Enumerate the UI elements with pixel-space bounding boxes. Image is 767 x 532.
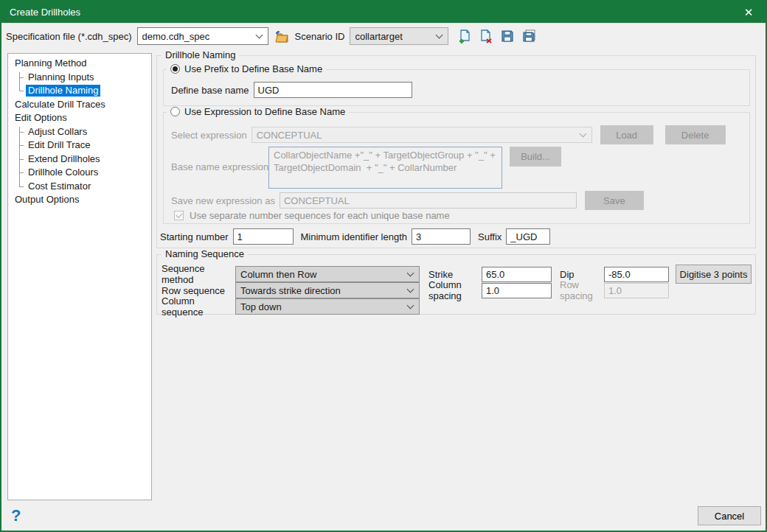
create-drillholes-dialog: { "window": { "title": "Create Drillhole… [0,0,767,532]
separate-sequences-label: Use separate number sequences for each u… [190,210,450,221]
delete-scenario-icon[interactable] [478,28,494,44]
naming-sequence-group-title: Naming Sequence [162,248,248,259]
define-base-name-input[interactable] [254,82,412,98]
tree-item-edit-drill-trace[interactable]: Edit Drill Trace [8,139,151,153]
tree-item-cost-estimator[interactable]: Cost Estimator [8,180,151,194]
window-title: Create Drillholes [1,7,80,18]
cancel-button[interactable]: Cancel [698,506,761,525]
naming-sequence-group: Naming Sequence Sequence method Column t… [156,254,756,315]
chevron-down-icon [407,301,414,309]
spec-file-value: demo.cdh_spec [142,31,251,42]
strike-label: Strike [428,269,482,280]
define-base-name-label: Define base name [171,85,249,96]
use-expression-radio[interactable] [170,107,180,116]
close-button[interactable]: ✕ [732,1,766,23]
drillhole-naming-page: Drillhole Naming Use Prefix to Define Ba… [156,49,756,502]
settings-tree: Planning Method Planning Inputs Drillhol… [7,53,152,500]
load-button: Load [600,125,653,144]
save-new-expression-input [280,192,577,209]
use-prefix-radio-label: Use Prefix to Define Base Name [184,63,322,74]
chevron-down-icon [579,130,586,137]
save-scenario-icon[interactable] [499,28,516,44]
spec-file-combobox[interactable]: demo.cdh_spec [137,27,268,45]
scenario-id-combobox[interactable]: collartarget [350,27,448,45]
minimum-identifier-length-input[interactable] [412,228,471,245]
minimum-identifier-length-label: Minimum identifier length [301,231,408,242]
starting-number-input[interactable] [233,228,294,245]
help-icon[interactable]: ? [11,506,21,525]
use-expression-radio-label: Use Expression to Define Base Name [184,106,345,117]
column-sequence-value: Top down [240,301,402,312]
tree-item-calculate-drill-traces[interactable]: Calculate Drill Traces [8,98,151,112]
open-folder-icon[interactable] [274,28,290,44]
column-sequence-label: Column sequence [162,295,235,318]
tree-item-planning-inputs[interactable]: Planning Inputs [8,71,151,85]
chevron-down-icon [436,31,443,38]
select-expression-combobox: CONCEPTUAL [251,127,592,143]
build-button: Build... [510,147,561,167]
row-sequence-label: Row sequence [162,285,235,296]
scenario-id-value: collartarget [355,31,431,42]
use-prefix-group: Use Prefix to Define Base Name Define ba… [163,69,750,106]
save-button: Save [585,191,644,210]
suffix-input[interactable] [506,228,550,245]
add-scenario-icon[interactable] [457,28,473,44]
tree-item-extend-drillholes[interactable]: Extend Drillholes [8,153,151,167]
use-expression-group: Use Expression to Define Base Name Selec… [163,112,750,224]
select-expression-label: Select expression [171,130,247,141]
row-sequence-value: Towards strike direction [240,285,402,296]
column-sequence-combobox[interactable]: Top down [235,298,420,315]
tree-item-drillhole-colours[interactable]: Drillhole Colours [8,166,151,180]
sequence-method-value: Column then Row [240,269,402,280]
scenario-id-label: Scenario ID [295,31,345,42]
base-name-expression-label: Base name expression [171,161,268,172]
tree-item-edit-options[interactable]: Edit Options [8,111,151,125]
tree-item-drillhole-naming[interactable]: Drillhole Naming [8,84,151,98]
separate-sequences-checkbox [174,211,184,220]
suffix-label: Suffix [478,231,502,242]
dip-label: Dip [560,269,604,280]
drillhole-naming-group-title: Drillhole Naming [162,49,239,60]
starting-number-label: Starting number [160,231,229,242]
tree-item-adjust-collars[interactable]: Adjust Collars [8,125,151,139]
toolbar: Specification file (*.cdh_spec) demo.cdh… [1,23,766,49]
delete-button: Delete [665,125,726,144]
chevron-down-icon [407,269,414,276]
tree-item-output-options[interactable]: Output Options [8,193,151,207]
titlebar: Create Drillholes ✕ [1,1,766,23]
chevron-down-icon [255,31,263,38]
tree-item-planning-method[interactable]: Planning Method [8,57,151,71]
drillhole-naming-group: Drillhole Naming Use Prefix to Define Ba… [156,55,756,248]
save-scenario-as-icon[interactable] [521,28,537,44]
select-expression-value: CONCEPTUAL [257,130,575,141]
save-new-expression-label: Save new expression as [171,195,275,206]
base-name-expression-textarea: CollarObjectName +"_" + TargetObjectGrou… [268,147,502,189]
use-prefix-radio[interactable] [170,64,180,74]
chevron-down-icon [407,285,414,293]
spec-file-label: Specification file (*.cdh_spec) [6,31,132,42]
